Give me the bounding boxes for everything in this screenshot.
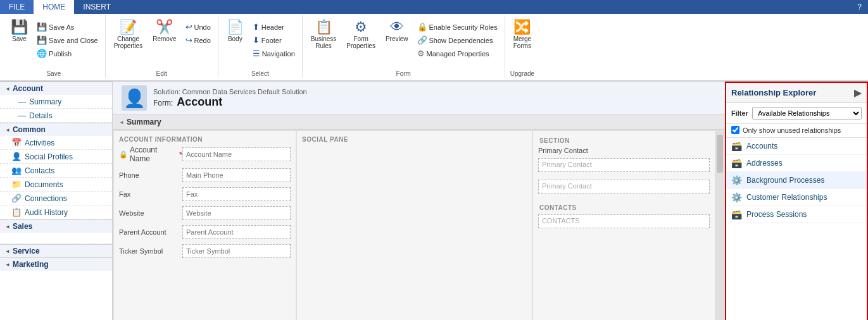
website-input[interactable] <box>182 206 291 220</box>
ribbon: FILE HOME INSERT ? 💾 Save 💾 Save As 💾 <box>0 0 868 82</box>
audit-history-icon: 📋 <box>11 207 22 217</box>
sidebar-contacts-label: Contacts <box>25 166 54 175</box>
navigation-button[interactable]: ☰ Navigation <box>249 47 298 60</box>
redo-button[interactable]: ↪ Redo <box>182 34 214 47</box>
unused-relationships-label: Only show unused relationships <box>743 126 841 134</box>
sidebar-section-account[interactable]: Account <box>0 82 112 95</box>
merge-forms-icon: 🔀 <box>513 20 531 34</box>
save-close-button[interactable]: 💾 Save and Close <box>34 34 101 47</box>
managed-properties-icon: ⚙ <box>417 49 425 58</box>
tab-home[interactable]: HOME <box>34 0 74 14</box>
ribbon-save-buttons: 💾 Save 💾 Save As 💾 Save and Close 🌐 Publ… <box>6 15 101 78</box>
sidebar-section-service[interactable]: Service <box>0 244 112 257</box>
ribbon-group-save: 💾 Save 💾 Save As 💾 Save and Close 🌐 Publ… <box>3 15 106 78</box>
header-info: Solution: Common Data Services Default S… <box>153 88 307 109</box>
unused-relationships-checkbox[interactable] <box>731 126 739 134</box>
list-item-addresses[interactable]: 🗃️ Addresses <box>726 155 867 172</box>
primary-contact-box-1: Primary Contact <box>538 158 710 172</box>
footer-label: Footer <box>261 37 282 44</box>
enable-security-button[interactable]: 🔒 Enable Security Roles <box>414 20 501 34</box>
save-button[interactable]: 💾 Save <box>6 18 32 45</box>
save-as-button[interactable]: 💾 Save As <box>34 20 101 34</box>
right-panel-toggle[interactable]: ▶ <box>854 87 862 99</box>
select-group-label: Select <box>218 70 302 78</box>
account-name-input[interactable] <box>182 147 291 161</box>
sidebar-item-details[interactable]: — Details <box>0 109 112 123</box>
show-dependencies-icon: 🔗 <box>417 35 427 45</box>
main-layout: Account — Summary — Details Common 📅 Act… <box>0 82 868 320</box>
form-properties-button[interactable]: ⚙ FormProperties <box>342 18 380 52</box>
customer-relationships-item-icon: ⚙️ <box>731 192 742 202</box>
preview-button[interactable]: 👁 Preview <box>381 18 413 45</box>
list-item-process-sessions[interactable]: 🗃️ Process Sessions <box>726 206 867 223</box>
managed-properties-button[interactable]: ⚙ Managed Properties <box>414 47 501 60</box>
tab-file[interactable]: FILE <box>0 0 34 14</box>
merge-forms-button[interactable]: 🔀 MergeForms <box>509 18 536 52</box>
remove-button[interactable]: ✂️ Remove <box>148 18 180 45</box>
list-item-customer-relationships[interactable]: ⚙️ Customer Relationships <box>726 189 867 206</box>
field-account-name: 🔒 Account Name * <box>116 144 293 164</box>
form-section-header[interactable]: Summary <box>113 115 725 130</box>
right-panel-header: Relationship Explorer ▶ <box>726 83 867 103</box>
field-primary-contact-label: Primary Contact <box>538 147 601 154</box>
filter-select[interactable]: Available Relationships <box>752 107 862 120</box>
sidebar-common-label: Common <box>13 125 46 134</box>
content-header: 👤 Solution: Common Data Services Default… <box>113 82 725 115</box>
sidebar-item-summary[interactable]: — Summary <box>0 95 112 109</box>
fax-input[interactable] <box>182 187 291 201</box>
list-item-accounts[interactable]: 🗃️ Accounts <box>726 138 867 155</box>
save-close-label: Save and Close <box>49 37 98 44</box>
sidebar-section-sales[interactable]: Sales <box>0 219 112 233</box>
field-ticker-symbol: Ticker Symbol <box>116 243 293 259</box>
accounts-item-label: Accounts <box>746 142 777 151</box>
contacts-icon: 👥 <box>11 166 22 175</box>
navigation-icon: ☰ <box>253 49 260 58</box>
list-item-background-processes[interactable]: ⚙️ Background Processes <box>726 172 867 189</box>
undo-redo-stack: ↩ Undo ↪ Redo <box>182 18 214 56</box>
undo-button[interactable]: ↩ Undo <box>182 20 214 34</box>
ribbon-form-buttons: 📋 BusinessRules ⚙ FormProperties 👁 Previ… <box>306 15 501 78</box>
sidebar-service-label: Service <box>13 247 40 255</box>
business-rules-button[interactable]: 📋 BusinessRules <box>306 18 341 52</box>
field-website: Website <box>116 205 293 221</box>
field-parent-account-label: Parent Account <box>119 228 182 236</box>
header-button[interactable]: ⬆ Header <box>249 20 298 34</box>
summary-icon: — <box>18 97 26 106</box>
change-properties-button[interactable]: 📝 ChangeProperties <box>110 18 148 52</box>
footer-button[interactable]: ⬇ Footer <box>249 34 298 47</box>
sidebar-item-contacts[interactable]: 👥 Contacts <box>0 164 112 178</box>
sidebar-item-audit-history[interactable]: 📋 Audit History <box>0 206 112 219</box>
footer-icon: ⬇ <box>253 35 260 45</box>
scrollbar-track[interactable] <box>716 131 724 320</box>
ribbon-group-upgrade: 🔀 MergeForms Upgrade <box>505 15 539 78</box>
sidebar-marketing-label: Marketing <box>13 260 49 269</box>
sidebar-section-common[interactable]: Common <box>0 123 112 136</box>
body-icon: 📄 <box>227 20 244 34</box>
header-icon: ⬆ <box>253 22 260 32</box>
accounts-item-icon: 🗃️ <box>731 141 742 151</box>
field-website-label: Website <box>119 209 182 217</box>
sidebar-section-marketing[interactable]: Marketing <box>0 257 112 271</box>
body-button[interactable]: 📄 Body <box>222 18 248 45</box>
ribbon-group-select: 📄 Body ⬆ Header ⬇ Footer ☰ Navigation <box>218 15 303 78</box>
parent-account-input[interactable] <box>182 225 291 239</box>
customer-relationships-item-label: Customer Relationships <box>746 193 827 202</box>
save-close-icon: 💾 <box>37 35 47 45</box>
tab-insert[interactable]: INSERT <box>74 0 120 14</box>
sidebar: Account — Summary — Details Common 📅 Act… <box>0 82 113 320</box>
publish-button[interactable]: 🌐 Publish <box>34 47 101 60</box>
sidebar-item-documents[interactable]: 📁 Documents <box>0 178 112 192</box>
content-area: 👤 Solution: Common Data Services Default… <box>113 82 725 320</box>
scrollbar-thumb[interactable] <box>717 135 723 173</box>
save-as-icon: 💾 <box>37 22 47 32</box>
show-dependencies-button[interactable]: 🔗 Show Dependencies <box>414 34 501 47</box>
filter-label: Filter <box>731 109 748 117</box>
sidebar-item-social-profiles[interactable]: 👤 Social Profiles <box>0 150 112 164</box>
form-group-label: Form <box>303 70 505 78</box>
ticker-symbol-input[interactable] <box>182 244 291 258</box>
sidebar-item-activities[interactable]: 📅 Activities <box>0 136 112 150</box>
sidebar-item-connections[interactable]: 🔗 Connections <box>0 192 112 206</box>
sidebar-details-label: Details <box>29 111 53 120</box>
help-button[interactable]: ? <box>851 0 868 14</box>
phone-input[interactable] <box>182 168 291 182</box>
